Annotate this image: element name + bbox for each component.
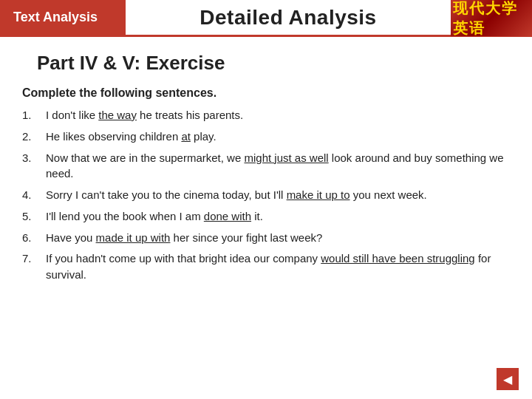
item-number: 5. (22, 208, 46, 225)
item-text: If you hadn't come up with that bright i… (46, 250, 510, 283)
item-text: Sorry I can't take you to the cinema tod… (46, 187, 510, 203)
item-text: Have you made it up with her since your … (46, 230, 510, 246)
item-number: 6. (22, 230, 46, 246)
list-item: 2.He likes observing children at play. (22, 129, 510, 145)
item-number: 1. (22, 107, 46, 123)
list-item: 6.Have you made it up with her since you… (22, 230, 510, 246)
item-text: Now that we are in the supermarket, we m… (46, 150, 510, 183)
item-number: 7. (22, 250, 46, 267)
page-title: Detailed Analysis (126, 6, 451, 30)
list-item: 1.I don't like the way he treats his par… (22, 107, 510, 123)
underlined-phrase: the way (98, 109, 137, 121)
item-number: 3. (22, 150, 46, 166)
item-text: He likes observing children at play. (46, 129, 510, 145)
exercise-list: 1.I don't like the way he treats his par… (22, 107, 510, 283)
underlined-phrase: make it up to (287, 188, 350, 201)
main-content: Part IV & V: Exercise Complete the follo… (0, 37, 532, 299)
list-item: 3.Now that we are in the supermarket, we… (22, 150, 510, 183)
logo-chinese-text: 现代大学英语 (453, 0, 530, 38)
part-title: Part IV & V: Exercise (37, 52, 510, 75)
app-title: Text Analysis (0, 0, 126, 35)
header: Text Analysis Detailed Analysis CONTEMPO… (0, 0, 532, 37)
list-item: 7.If you hadn't come up with that bright… (22, 250, 510, 283)
item-text: I'll lend you the book when I am done wi… (46, 208, 510, 225)
list-item: 4.Sorry I can't take you to the cinema t… (22, 187, 510, 203)
back-button[interactable]: ◀ (497, 368, 519, 390)
back-arrow-icon: ◀ (503, 372, 512, 386)
underlined-phrase: made it up with (96, 231, 171, 244)
item-text: I don't like the way he treats his paren… (46, 107, 510, 123)
underlined-phrase: might just as well (244, 151, 328, 164)
logo-bottom-text: COLLEGE ENGLISH (464, 38, 518, 44)
logo: CONTEMPORARY 现代大学英语 COLLEGE ENGLISH (451, 0, 532, 36)
page-title-text: Detailed Analysis (200, 6, 376, 29)
underlined-phrase: would still have been struggling (321, 252, 474, 265)
underlined-phrase: at (181, 130, 191, 143)
item-number: 2. (22, 129, 46, 145)
item-number: 4. (22, 187, 46, 203)
list-item: 5.I'll lend you the book when I am done … (22, 208, 510, 225)
underlined-phrase: done with (204, 210, 251, 222)
instruction-text: Complete the following sentences. (22, 86, 510, 100)
app-title-text: Text Analysis (13, 10, 98, 25)
